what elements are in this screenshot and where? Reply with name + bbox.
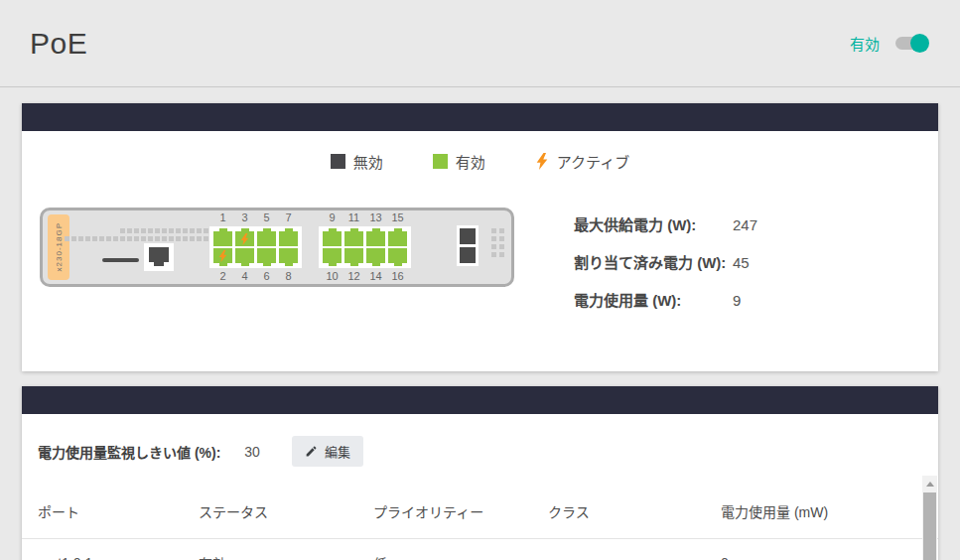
port-row-bottom	[323, 248, 407, 263]
led-dot	[141, 236, 146, 241]
port-14[interactable]	[366, 248, 385, 263]
threshold-label: 電力使用量監視しきい値 (%):	[38, 442, 220, 462]
lightning-icon	[218, 250, 227, 262]
poe-enable-toggle[interactable]	[895, 37, 926, 50]
power-stat-label: 割り当て済み電力 (W):	[574, 251, 733, 272]
led-dot	[197, 236, 202, 241]
led-grid	[491, 228, 504, 257]
port-7[interactable]	[279, 231, 298, 246]
sfp-ports	[457, 225, 479, 266]
led-dot	[127, 236, 132, 241]
led-dot	[491, 228, 496, 233]
threshold-row: 電力使用量監視しきい値 (%): 30 編集	[22, 436, 938, 467]
led-dot	[176, 228, 181, 233]
table-header-row: ポートステータスプライオリティークラス電力使用量 (mW)	[22, 487, 938, 539]
port-active-indicator	[235, 231, 254, 246]
edit-button-label: 編集	[325, 442, 350, 461]
device-row: x230-18GP 135724689111315101	[22, 208, 938, 327]
power-stat-row: 最大供給電力 (W):247	[574, 213, 757, 234]
device-status-card: 無効有効アクティブ x230-18GP	[22, 103, 938, 371]
legend-item-active: アクティブ	[535, 151, 629, 172]
port-9[interactable]	[323, 231, 342, 246]
port-numbers-bottom: 2468	[213, 270, 298, 283]
page-title: PoE	[30, 27, 87, 61]
power-stat-value: 9	[733, 292, 741, 309]
legend-label: 無効	[353, 151, 383, 172]
table-body: port1.0.1有効低0port1.0.2有効低46000	[22, 539, 938, 560]
toggle-knob	[910, 34, 929, 53]
legend-label: 有効	[456, 151, 485, 172]
led-dot	[499, 252, 504, 257]
led-dot	[491, 236, 496, 241]
power-stat-row: 電力使用量 (W):9	[574, 289, 757, 310]
led-dot	[120, 236, 125, 241]
console-slot	[102, 258, 139, 262]
port-number: 2	[213, 270, 232, 283]
port-10[interactable]	[323, 248, 342, 263]
table-row[interactable]: port1.0.1有効低0	[22, 539, 938, 560]
enabled-swatch	[433, 154, 448, 169]
port-number: 13	[366, 211, 385, 224]
scrollbar-thumb[interactable]	[923, 492, 936, 560]
led-dot	[499, 244, 504, 249]
led-dot	[127, 228, 132, 233]
sfp-port	[460, 247, 476, 263]
table-scrollbar[interactable]	[922, 476, 937, 560]
table-cell: port1.0.1	[22, 539, 199, 560]
port-table-card: 電力使用量監視しきい値 (%): 30 編集 ポートステータスプライオリティーク…	[22, 386, 938, 560]
led-dot	[65, 236, 69, 241]
console-port-jack	[149, 247, 169, 262]
column-header: ポート	[22, 487, 199, 539]
scroll-up-button[interactable]	[922, 476, 937, 491]
port-1[interactable]	[213, 231, 232, 246]
poe-enable-toggle-group: 有効	[850, 33, 926, 54]
port-4[interactable]	[235, 248, 254, 263]
port-3[interactable]	[235, 231, 254, 246]
led-strip-bottom	[65, 236, 208, 241]
switch-device-graphic: x230-18GP 135724689111315101	[40, 208, 514, 287]
port-16[interactable]	[388, 248, 407, 263]
port-number: 7	[279, 211, 298, 224]
legend-item-enabled: 有効	[433, 151, 485, 172]
port-11[interactable]	[344, 231, 363, 246]
port-15[interactable]	[388, 231, 407, 246]
edit-threshold-button[interactable]: 編集	[292, 436, 363, 467]
port-6[interactable]	[257, 248, 276, 263]
toggle-label: 有効	[850, 33, 880, 54]
port-5[interactable]	[257, 231, 276, 246]
port-2[interactable]	[213, 248, 232, 263]
led-dot	[134, 236, 139, 241]
led-dot	[134, 228, 139, 233]
page-header: PoE 有効	[0, 0, 960, 87]
port-table-card-header	[22, 386, 938, 414]
power-stat-label: 最大供給電力 (W):	[574, 213, 733, 234]
power-stat-label: 電力使用量 (W):	[574, 289, 733, 310]
led-dot	[176, 236, 181, 241]
port-8[interactable]	[279, 248, 298, 263]
led-dot	[169, 228, 174, 233]
port-number: 11	[344, 211, 363, 224]
port-12[interactable]	[344, 248, 363, 263]
page-content: 無効有効アクティブ x230-18GP	[0, 87, 960, 560]
port-number: 12	[344, 270, 363, 283]
port-number: 14	[366, 270, 385, 283]
port-number: 4	[235, 270, 254, 283]
port-13[interactable]	[366, 231, 385, 246]
port-number: 1	[213, 211, 232, 224]
port-row-bottom	[213, 248, 298, 263]
legend-label: アクティブ	[557, 151, 629, 172]
lightning-icon	[240, 233, 249, 245]
column-header: プライオリティー	[373, 487, 548, 539]
console-port	[144, 243, 174, 271]
led-dot	[190, 228, 195, 233]
led-dot	[183, 236, 188, 241]
table-cell: 0	[721, 539, 938, 560]
legend-item-disabled: 無効	[331, 151, 383, 172]
led-dot	[120, 228, 125, 233]
led-dot	[113, 236, 118, 241]
poe-page: PoE 有効 無効有効アクティブ x230-18GP	[0, 0, 960, 560]
lightning-icon	[535, 153, 549, 170]
led-dot	[183, 228, 188, 233]
port-table-card-body: 電力使用量監視しきい値 (%): 30 編集 ポートステータスプライオリティーク…	[22, 414, 938, 560]
sfp-port	[460, 228, 476, 244]
